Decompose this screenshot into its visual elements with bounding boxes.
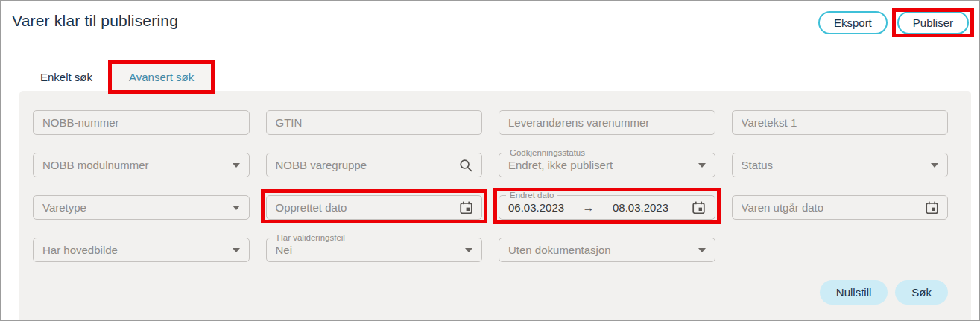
form-row-4: Har hovedbilde Har valideringsfeil Nei U…: [33, 238, 948, 262]
calendar-icon[interactable]: [692, 201, 705, 214]
har-hovedbilde-placeholder: Har hovedbilde: [42, 244, 227, 256]
nobb-modulnummer-placeholder: NOBB modulnummer: [42, 159, 227, 171]
form-row-3: Varetype Opprettet dato Endret dato 06: [33, 195, 948, 220]
page-title: Varer klar til publisering: [12, 12, 178, 30]
form-row-1: [33, 110, 948, 135]
endret-dato-to-value[interactable]: 08.03.2023: [613, 201, 668, 214]
tab-enkelt-sok[interactable]: Enkelt søk: [39, 63, 94, 92]
status-placeholder: Status: [742, 159, 926, 171]
caret-down-icon: [698, 248, 706, 252]
nobb-varegruppe-search[interactable]: NOBB varegruppe: [266, 153, 483, 177]
leverandorens-varenummer-input[interactable]: [499, 110, 715, 135]
arrow-right-icon: →: [583, 201, 595, 214]
varer-klar-til-publisering-page: Varer klar til publisering Eksport Publi…: [0, 0, 980, 321]
publish-button[interactable]: Publiser: [897, 11, 969, 34]
opprettet-dato-placeholder: Opprettet dato: [276, 201, 455, 214]
calendar-icon[interactable]: [460, 201, 472, 214]
har-valideringsfeil-label: Har valideringsfeil: [274, 232, 349, 244]
endret-dato-from-value[interactable]: 06.03.2023: [508, 201, 564, 214]
endret-dato-daterange[interactable]: Endret dato 06.03.2023 → 08.03.2023: [499, 195, 715, 220]
nobb-modulnummer-select[interactable]: NOBB modulnummer: [33, 153, 250, 177]
reset-button[interactable]: Nullstill: [820, 280, 888, 305]
tab-avansert-sok[interactable]: Avansert søk: [112, 63, 211, 92]
tab-avansert-sok-label: Avansert søk: [129, 71, 194, 83]
caret-down-icon: [233, 163, 240, 168]
nobb-nummer-input[interactable]: [33, 110, 250, 135]
varen-utgar-dato-placeholder: Varen utgår dato: [742, 201, 920, 214]
publish-button-wrapper: Publiser: [897, 11, 969, 34]
varetype-select[interactable]: Varetype: [33, 195, 250, 220]
header-actions: Eksport Publiser: [818, 11, 969, 34]
har-valideringsfeil-value: Nei: [276, 244, 460, 256]
search-button[interactable]: Søk: [895, 280, 948, 305]
varetype-placeholder: Varetype: [42, 201, 227, 214]
search-tabs: Enkelt søk Avansert søk: [39, 63, 211, 92]
godkjenningsstatus-select[interactable]: Godkjenningsstatus Endret, ikke publiser…: [499, 153, 715, 177]
har-hovedbilde-select[interactable]: Har hovedbilde: [33, 238, 250, 262]
opprettet-dato-datepicker[interactable]: Opprettet dato: [266, 195, 483, 220]
varetekst-1-input[interactable]: [732, 110, 949, 135]
caret-down-icon: [698, 163, 706, 168]
status-select[interactable]: Status: [732, 153, 949, 177]
uten-dokumentasjon-placeholder: Uten dokumentasjon: [508, 244, 692, 256]
godkjenningsstatus-label: Godkjenningsstatus: [506, 147, 589, 159]
form-row-2: NOBB modulnummer NOBB varegruppe Godkjen…: [33, 153, 948, 177]
gtin-input[interactable]: [266, 110, 483, 135]
caret-down-icon: [233, 206, 240, 210]
varen-utgar-dato-datepicker[interactable]: Varen utgår dato: [732, 195, 949, 220]
endret-dato-label: Endret dato: [506, 190, 557, 201]
godkjenningsstatus-value: Endret, ikke publisert: [508, 159, 692, 171]
calendar-icon[interactable]: [926, 201, 938, 214]
form-actions: Nullstill Søk: [33, 280, 948, 305]
caret-down-icon: [233, 248, 240, 252]
advanced-search-panel: NOBB modulnummer NOBB varegruppe Godkjen…: [19, 91, 971, 320]
export-button[interactable]: Eksport: [818, 11, 888, 34]
caret-down-icon: [465, 248, 472, 252]
har-valideringsfeil-select[interactable]: Har valideringsfeil Nei: [266, 238, 483, 262]
search-icon: [459, 159, 472, 172]
caret-down-icon: [931, 163, 938, 168]
uten-dokumentasjon-select[interactable]: Uten dokumentasjon: [499, 238, 715, 262]
nobb-varegruppe-placeholder: NOBB varegruppe: [276, 159, 454, 171]
